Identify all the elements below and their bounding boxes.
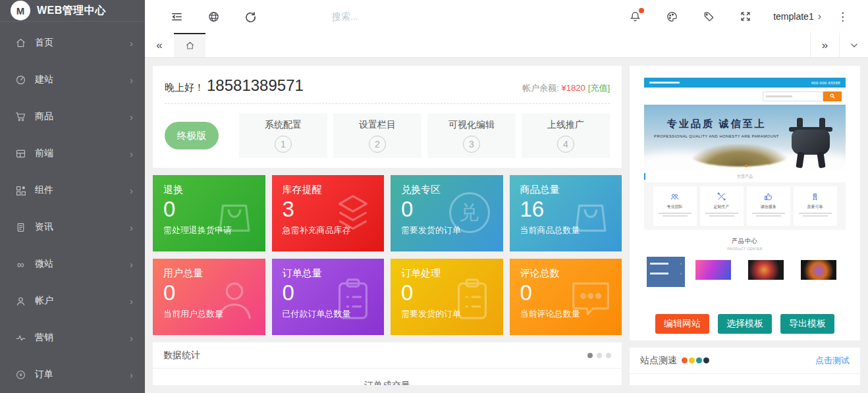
run-speed-test-link[interactable]: 点击测试 bbox=[815, 355, 850, 367]
template-selector-label: template1 bbox=[773, 11, 813, 22]
speed-dot bbox=[689, 357, 695, 363]
feature-card: 质量可靠 bbox=[794, 186, 837, 226]
sidebar-item-orders[interactable]: ¥ 订单 › bbox=[0, 356, 145, 393]
content: 晚上好！ 18581389571 帐户余额: ¥1820 [充值] 终极版 系统… bbox=[145, 58, 868, 393]
sidebar-item-marketing[interactable]: 营销 › bbox=[0, 319, 145, 356]
data-statistics-panel: 数据统计 订单成交量 bbox=[153, 342, 622, 385]
notifications-button[interactable] bbox=[616, 11, 653, 23]
choose-template-button[interactable]: 选择模板 bbox=[718, 314, 772, 334]
carousel-pager bbox=[587, 353, 611, 358]
template-selector[interactable]: template1 › bbox=[764, 11, 830, 22]
sidebar-item-news[interactable]: 资讯 › bbox=[0, 209, 145, 246]
fullscreen-button[interactable] bbox=[727, 11, 764, 22]
version-badge[interactable]: 终极版 bbox=[165, 122, 219, 149]
preview-category-menu: › › bbox=[647, 257, 685, 287]
top-header: template1 › ⋮ bbox=[145, 0, 868, 33]
sidebar-item-microsite[interactable]: ∞ 微站 › bbox=[0, 246, 145, 282]
logo: M bbox=[11, 1, 30, 20]
chevron-right-icon: › bbox=[130, 111, 133, 122]
logo-row[interactable]: M WEB管理中心 bbox=[0, 0, 145, 22]
recharge-link[interactable]: [充值] bbox=[588, 82, 610, 94]
product-thumbnail bbox=[689, 257, 738, 287]
sidebar-item-label: 前端 bbox=[35, 147, 121, 159]
stat-card-stock-alert[interactable]: 库存提醒 3 急需补充商品库存 bbox=[272, 175, 385, 251]
greeting-text: 晚上好！ bbox=[165, 82, 204, 94]
step-go-live[interactable]: 上线推广 4 bbox=[522, 113, 610, 158]
account-balance: 帐户余额: ¥1820 [充值] bbox=[522, 82, 610, 94]
language-globe-button[interactable] bbox=[195, 11, 232, 23]
stat-cards-row-2: 用户总量 0 当前用户总数量 订单总量 0 已付款订单总数量 订单处理 0 bbox=[153, 259, 622, 335]
setup-steps: 终极版 系统配置 1 设置栏目 2 可视化编辑 3 bbox=[165, 113, 610, 158]
thumbs-up-icon bbox=[763, 191, 773, 201]
carousel-dot[interactable] bbox=[587, 353, 593, 358]
sidebar-item-label: 营销 bbox=[35, 332, 121, 344]
theme-palette-button[interactable] bbox=[653, 11, 690, 23]
sidebar-item-products[interactable]: 商品 › bbox=[0, 98, 145, 135]
greeting-panel: 晚上好！ 18581389571 帐户余额: ¥1820 [充值] 终极版 系统… bbox=[153, 66, 622, 168]
chevron-right-icon: › bbox=[130, 369, 133, 380]
chevron-right-icon: › bbox=[818, 11, 821, 22]
feature-title: 质量可靠 bbox=[807, 204, 823, 210]
carousel-dot[interactable] bbox=[606, 353, 611, 358]
site-speed-header: 站点测速 点击测试 bbox=[630, 348, 860, 374]
step-system-config[interactable]: 系统配置 1 bbox=[239, 113, 327, 158]
speed-dot bbox=[696, 357, 702, 363]
sidebar-item-frontend[interactable]: 前端 › bbox=[0, 135, 145, 172]
download-time-value: 0s bbox=[640, 382, 663, 385]
chevron-right-icon: › bbox=[130, 259, 133, 270]
speed-dot bbox=[703, 357, 709, 363]
feature-card: 定制生产 bbox=[700, 186, 744, 226]
preview-phone-number: 400-000-65588 bbox=[811, 81, 840, 85]
tag-button[interactable] bbox=[690, 11, 727, 23]
user-icon bbox=[14, 295, 26, 307]
carousel-dot[interactable] bbox=[597, 353, 602, 358]
preview-navbar bbox=[644, 88, 846, 105]
refresh-button[interactable] bbox=[232, 11, 269, 23]
scroll-tabs-left-button[interactable]: « bbox=[145, 33, 174, 57]
components-icon bbox=[14, 184, 26, 196]
stat-card-total-comments[interactable]: 评论总数 0 当前评论总数量 bbox=[510, 259, 622, 335]
chevron-right-icon: › bbox=[130, 222, 133, 233]
products-subtitle: PRODUCT CENTER bbox=[644, 247, 846, 251]
sidebar-item-components[interactable]: 组件 › bbox=[0, 172, 145, 209]
stat-cards-row-1: 退换 0 需处理退换货申请 库存提醒 3 急需补充商品库存 兑换专区 0 bbox=[153, 175, 622, 251]
stat-card-total-orders[interactable]: 订单总量 0 已付款订单总数量 bbox=[272, 259, 385, 335]
stat-card-returns[interactable]: 退换 0 需处理退换货申请 bbox=[153, 175, 265, 251]
more-menu-button[interactable]: ⋮ bbox=[830, 10, 855, 24]
product-thumbnail bbox=[794, 257, 843, 287]
stat-card-redeem-zone[interactable]: 兑换专区 0 需要发货的订单 兑 bbox=[391, 175, 503, 251]
home-icon bbox=[14, 37, 26, 49]
export-template-button[interactable]: 导出模板 bbox=[780, 314, 834, 334]
tab-options-button[interactable] bbox=[839, 33, 868, 57]
collapse-sidebar-button[interactable] bbox=[158, 11, 195, 23]
sidebar-item-label: 资讯 bbox=[35, 221, 121, 233]
preview-products-row: › › bbox=[644, 257, 846, 287]
step-number: 1 bbox=[275, 136, 292, 153]
step-set-columns[interactable]: 设置栏目 2 bbox=[333, 113, 421, 158]
chevron-right-icon: › bbox=[130, 185, 133, 196]
tools-icon bbox=[717, 191, 726, 201]
template-panel: 400-000-65588 bbox=[630, 66, 860, 340]
site-preview[interactable]: 400-000-65588 bbox=[644, 72, 846, 307]
marketing-icon bbox=[14, 332, 26, 344]
stat-card-order-processing[interactable]: 订单处理 0 需要发货的订单 bbox=[391, 259, 503, 335]
edit-site-button[interactable]: 编辑网站 bbox=[655, 314, 709, 334]
chevron-right-icon: › bbox=[130, 74, 133, 86]
speed-dot bbox=[682, 357, 688, 363]
account-number: 18581389571 bbox=[207, 76, 304, 95]
tab-home[interactable] bbox=[174, 33, 205, 57]
sidebar-item-site-builder[interactable]: 建站 › bbox=[0, 61, 145, 98]
sidebar-item-account[interactable]: 帐户 › bbox=[0, 282, 145, 319]
preview-subheader: 主营产品 bbox=[644, 172, 846, 181]
sidebar-item-label: 微站 bbox=[35, 258, 121, 270]
left-column: 晚上好！ 18581389571 帐户余额: ¥1820 [充值] 终极版 系统… bbox=[153, 66, 622, 385]
stat-card-total-users[interactable]: 用户总量 0 当前用户总数量 bbox=[153, 259, 265, 335]
scroll-tabs-right-button[interactable]: » bbox=[810, 33, 839, 57]
stat-card-total-products[interactable]: 商品总量 16 当前商品总数量 bbox=[510, 175, 622, 251]
search-input[interactable] bbox=[332, 11, 477, 22]
bronze-tripod-image bbox=[782, 113, 839, 169]
chevron-right-icon: › bbox=[130, 148, 133, 159]
chart-title: 订单成交量 bbox=[153, 380, 622, 385]
sidebar-item-home[interactable]: 首页 › bbox=[0, 24, 145, 61]
step-visual-edit[interactable]: 可视化编辑 3 bbox=[427, 113, 516, 158]
